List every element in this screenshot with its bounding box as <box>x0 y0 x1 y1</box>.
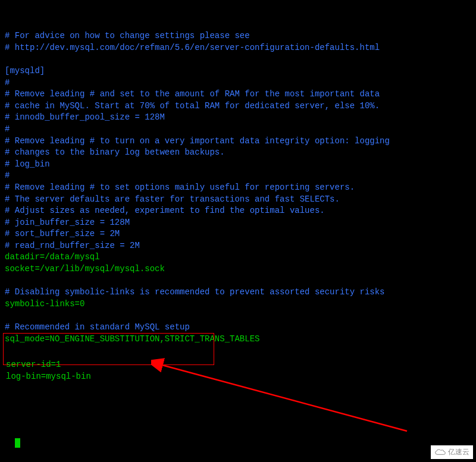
config-line: server-id=1 <box>6 359 211 371</box>
config-line: # read_rnd_buffer_size = 2M <box>5 240 471 252</box>
config-line: log-bin=mysql-bin <box>6 371 211 383</box>
config-line: symbolic-links=0 <box>5 298 471 310</box>
config-line <box>5 275 471 287</box>
config-line: # <box>5 77 471 89</box>
config-line: # For advice on how to change settings p… <box>5 30 471 42</box>
highlight-annotation-box: server-id=1log-bin=mysql-bin <box>3 333 214 365</box>
config-line: socket=/var/lib/mysql/mysql.sock <box>5 263 471 275</box>
config-line: # Adjust sizes as needed, experiment to … <box>5 205 471 217</box>
config-line: # join_buffer_size = 128M <box>5 217 471 229</box>
config-line: [mysqld] <box>5 65 471 77</box>
config-line <box>5 54 471 65</box>
config-line: # <box>5 124 471 136</box>
config-line: # sort_buffer_size = 2M <box>5 228 471 240</box>
config-line: # Remove leading # to set options mainly… <box>5 182 471 194</box>
config-line: # Recommended in standard MySQL setup <box>5 322 471 334</box>
terminal-editor[interactable]: # For advice on how to change settings p… <box>0 0 476 462</box>
cloud-icon <box>434 448 446 457</box>
watermark: 亿速云 <box>431 445 473 459</box>
config-lines-before: # For advice on how to change settings p… <box>5 30 471 357</box>
watermark-text: 亿速云 <box>448 447 469 457</box>
config-line: # cache in MySQL. Start at 70% of total … <box>5 100 471 112</box>
config-line: # http://dev.mysql.com/doc/refman/5.6/en… <box>5 42 471 54</box>
config-line: datadir=/data/mysql <box>5 252 471 263</box>
config-line: # innodb_buffer_pool_size = 128M <box>5 112 471 124</box>
config-line: # changes to the binary log between back… <box>5 147 471 159</box>
config-line: # The server defaults are faster for tra… <box>5 194 471 206</box>
config-line: # <box>5 170 471 182</box>
config-line <box>5 310 471 322</box>
editor-cursor <box>15 438 20 448</box>
config-line: # log_bin <box>5 159 471 171</box>
config-line: # Remove leading # to turn on a very imp… <box>5 136 471 147</box>
config-line: # Remove leading # and set to the amount… <box>5 89 471 100</box>
config-line: # Disabling symbolic-links is recommende… <box>5 287 471 298</box>
boxed-config-lines: server-id=1log-bin=mysql-bin <box>6 359 211 382</box>
